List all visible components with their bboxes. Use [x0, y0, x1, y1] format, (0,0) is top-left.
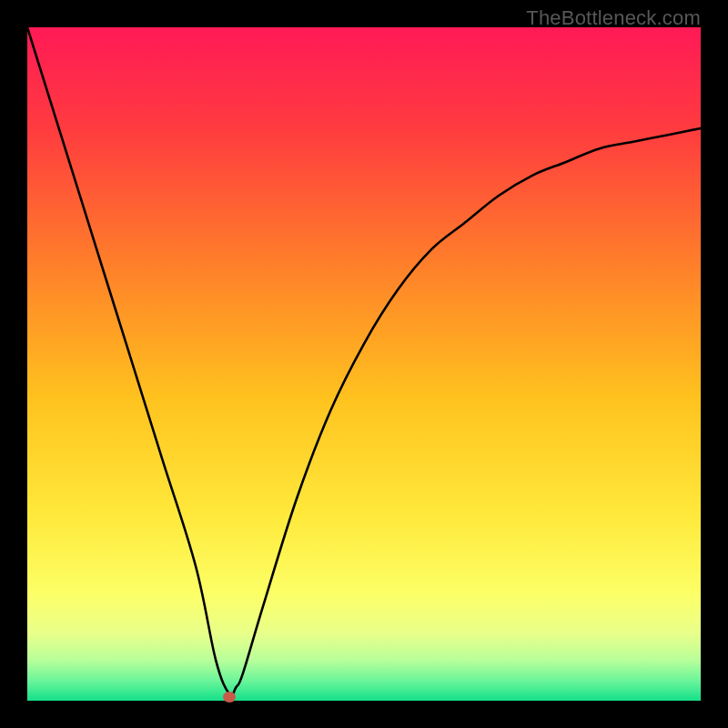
- optimal-point-marker: [223, 692, 236, 703]
- bottleneck-curve: [27, 27, 701, 695]
- chart-svg: [27, 27, 701, 701]
- chart-frame: [27, 27, 701, 701]
